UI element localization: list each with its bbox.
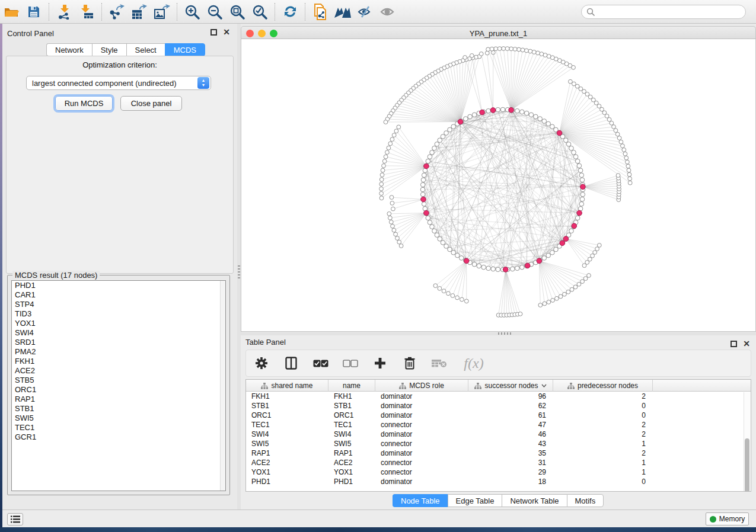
deselect-all-columns-button[interactable] — [342, 354, 359, 372]
control-tab-mcds[interactable]: MCDS — [165, 43, 205, 56]
table-row[interactable]: ACE2ACE2connector311 — [246, 458, 751, 467]
cell-shared: YOX1 — [246, 467, 328, 477]
cell-pred: 2 — [553, 392, 653, 401]
table-settings-button[interactable] — [253, 354, 270, 372]
network-canvas[interactable] — [241, 39, 756, 332]
optimization-criterion-select[interactable]: largest connected component (undirected)… — [26, 76, 211, 90]
export-table-button[interactable] — [128, 2, 151, 22]
mcds-result-item[interactable]: STB5 — [12, 376, 225, 385]
table-row[interactable]: FKH1FKH1dominator962 — [246, 392, 751, 401]
cell-pred: 2 — [553, 448, 653, 458]
split-columns-button[interactable] — [283, 354, 299, 372]
column-header-shared-name[interactable]: shared name — [246, 380, 328, 392]
zoom-fit-button[interactable] — [226, 2, 248, 22]
table-row[interactable]: SWI5SWI5connector431 — [246, 439, 751, 448]
cell-role: connector — [375, 458, 468, 467]
column-header-MCDS-role[interactable]: MCDS role — [375, 380, 468, 392]
cell-name: SWI4 — [328, 430, 375, 439]
close-panel-icon[interactable]: ✕ — [743, 341, 750, 347]
control-tab-network[interactable]: Network — [46, 43, 92, 56]
table-row[interactable]: SWI4SWI4dominator462 — [246, 430, 751, 439]
cell-name: TEC1 — [328, 420, 375, 430]
import-network-button[interactable] — [53, 2, 75, 22]
refresh-layout-button[interactable] — [279, 2, 301, 22]
table-row[interactable]: PHD1PHD1dominator180 — [246, 477, 751, 486]
run-mcds-button[interactable]: Run MCDS — [55, 96, 113, 111]
float-panel-icon[interactable] — [210, 29, 217, 36]
splitter-grip-icon — [238, 265, 240, 278]
mcds-result-item[interactable]: PHD1 — [12, 281, 225, 290]
mcds-list-scrollbar[interactable] — [220, 281, 225, 491]
ui-mode-button[interactable] — [7, 513, 23, 525]
float-panel-icon[interactable] — [731, 341, 737, 347]
zoom-selected-icon — [252, 4, 267, 20]
mcds-result-item[interactable]: SWI5 — [12, 414, 225, 423]
table-row[interactable]: TEC1TEC1connector472 — [246, 420, 751, 430]
import-table-button[interactable] — [75, 2, 98, 22]
table-tab-node-table[interactable]: Node Table — [393, 494, 448, 507]
mcds-result-item[interactable]: ORC1 — [12, 385, 225, 395]
table-tab-motifs[interactable]: Motifs — [567, 494, 604, 507]
network-titlebar[interactable]: YPA_prune.txt_1 — [241, 26, 756, 39]
table-tab-network-table[interactable]: Network Table — [502, 494, 566, 507]
mcds-result-item[interactable]: SRD1 — [12, 338, 225, 347]
memory-button[interactable]: Memory — [706, 512, 749, 525]
table-scrollbar[interactable] — [744, 392, 750, 492]
delete-column-button[interactable] — [401, 354, 418, 372]
first-neighbors-button[interactable] — [331, 2, 354, 22]
close-panel-icon[interactable]: ✕ — [223, 29, 230, 36]
mcds-result-item[interactable]: PMA2 — [12, 347, 225, 357]
main-toolbar — [0, 0, 756, 24]
show-all-button[interactable] — [377, 2, 399, 22]
zoom-fit-icon — [229, 4, 245, 20]
control-panel-window-controls: ✕ — [210, 29, 230, 36]
cell-name: ORC1 — [328, 411, 375, 420]
cell-succ: 18 — [468, 477, 553, 486]
zoom-in-button[interactable] — [181, 2, 203, 22]
control-panel-title: Control Panel — [7, 29, 54, 38]
mcds-result-item[interactable]: TEC1 — [12, 423, 225, 432]
column-header-predecessor-nodes[interactable]: predecessor nodes — [553, 380, 653, 392]
cell-shared: RAP1 — [246, 448, 328, 458]
create-column-button[interactable] — [372, 354, 388, 372]
node-table[interactable]: shared namenameMCDS rolesuccessor nodesp… — [245, 379, 751, 492]
export-image-button[interactable] — [151, 2, 173, 22]
save-button[interactable] — [23, 2, 45, 22]
column-header-successor-nodes[interactable]: successor nodes — [468, 380, 553, 392]
network-graph[interactable] — [241, 39, 755, 331]
clone-network-button[interactable] — [309, 2, 331, 22]
zoom-out-button[interactable] — [203, 2, 226, 22]
control-tab-select[interactable]: Select — [126, 43, 165, 56]
table-row[interactable]: ORC1ORC1dominator610 — [246, 411, 751, 420]
mcds-result-item[interactable]: GCR1 — [12, 432, 225, 442]
mcds-result-item[interactable]: RAP1 — [12, 395, 225, 404]
network-title: YPA_prune.txt_1 — [241, 29, 755, 38]
memory-status-icon — [710, 516, 716, 523]
mcds-result-item[interactable]: YOX1 — [12, 319, 225, 328]
table-scrollbar-thumb[interactable] — [745, 438, 749, 492]
table-row[interactable]: YOX1YOX1connector291 — [246, 467, 751, 477]
mcds-result-item[interactable]: STB1 — [12, 404, 225, 414]
mcds-result-item[interactable]: TID3 — [12, 309, 225, 319]
function-builder-button[interactable]: f(x) — [461, 354, 487, 372]
hide-selected-button[interactable] — [354, 2, 377, 22]
zoom-selected-button[interactable] — [248, 2, 271, 22]
column-header-name[interactable]: name — [328, 380, 375, 392]
select-all-columns-button[interactable] — [312, 354, 329, 372]
table-row[interactable]: RAP1RAP1dominator352 — [246, 448, 751, 458]
open-button[interactable] — [0, 2, 23, 22]
close-panel-button[interactable]: Close panel — [120, 96, 182, 111]
table-tab-edge-table[interactable]: Edge Table — [448, 494, 502, 507]
mcds-result-item[interactable]: SWI4 — [12, 328, 225, 338]
delete-table-button[interactable] — [431, 354, 448, 372]
mcds-result-list[interactable]: PHD1CAR1STP4TID3YOX1SWI4SRD1PMA2FKH1ACE2… — [11, 280, 226, 491]
mcds-result-item[interactable]: STP4 — [12, 300, 225, 309]
mcds-result-item[interactable]: ACE2 — [12, 366, 225, 376]
mcds-result-item[interactable]: CAR1 — [12, 290, 225, 300]
search-box[interactable] — [581, 5, 746, 19]
export-network-button[interactable] — [106, 2, 128, 22]
control-tab-style[interactable]: Style — [92, 43, 126, 56]
table-row[interactable]: STB1STB1dominator620 — [246, 401, 751, 411]
search-input[interactable] — [595, 8, 745, 16]
mcds-result-item[interactable]: FKH1 — [12, 357, 225, 366]
